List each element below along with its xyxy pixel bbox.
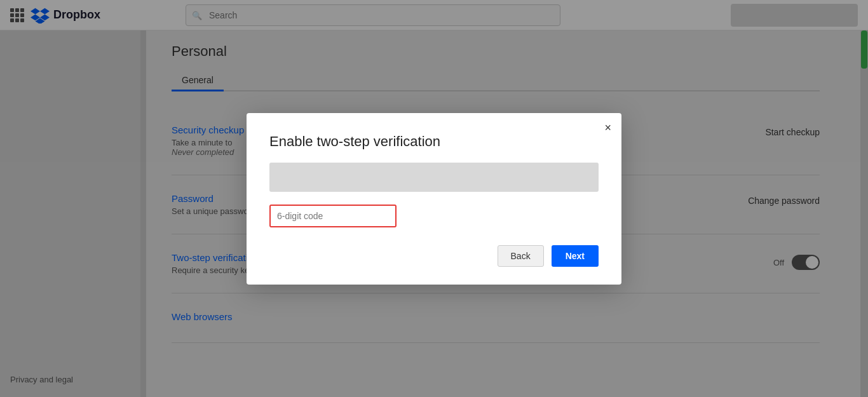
modal-close-button[interactable]: × bbox=[604, 122, 611, 133]
modal-actions: Back Next bbox=[269, 245, 599, 267]
six-digit-code-input[interactable] bbox=[269, 205, 397, 227]
next-button[interactable]: Next bbox=[552, 245, 599, 267]
back-button[interactable]: Back bbox=[498, 245, 544, 267]
two-step-modal: × Enable two-step verification Back Next bbox=[247, 113, 621, 285]
modal-input-wrapper bbox=[269, 205, 599, 227]
modal-overlay[interactable]: × Enable two-step verification Back Next bbox=[0, 0, 868, 397]
modal-image-bar bbox=[269, 163, 599, 192]
modal-title: Enable two-step verification bbox=[269, 133, 599, 150]
